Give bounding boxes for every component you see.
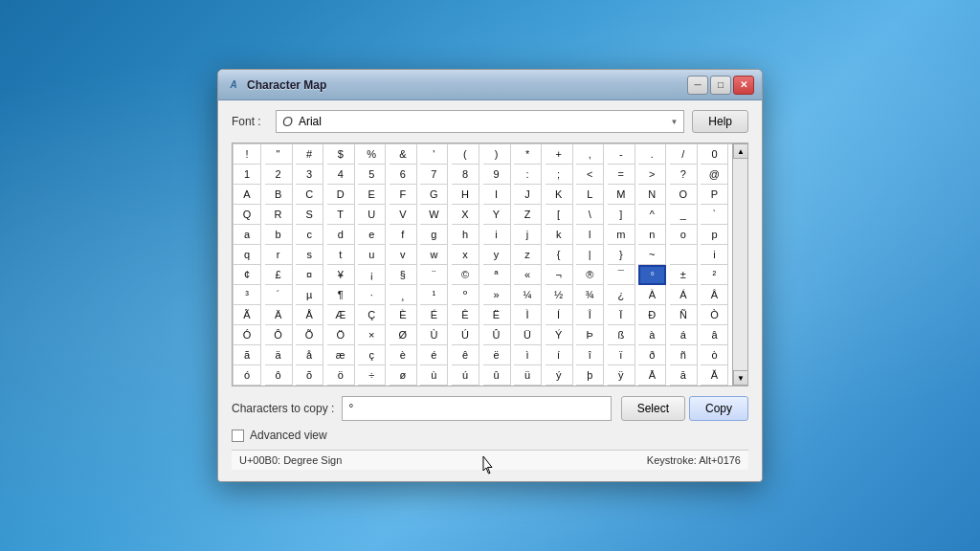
- char-cell[interactable]: t: [327, 245, 355, 265]
- char-cell[interactable]: e: [358, 225, 386, 245]
- char-cell[interactable]: d: [327, 225, 355, 245]
- char-cell[interactable]: ,: [576, 144, 604, 165]
- char-cell[interactable]: M: [608, 185, 635, 205]
- char-cell[interactable]: B: [265, 185, 293, 205]
- char-cell[interactable]: R: [265, 205, 293, 225]
- char-cell[interactable]: m: [608, 225, 635, 245]
- char-cell[interactable]: º: [452, 285, 479, 305]
- char-cell[interactable]: r: [265, 245, 293, 265]
- char-cell[interactable]: ª: [483, 265, 511, 285]
- char-cell[interactable]: 9: [483, 165, 511, 185]
- char-cell[interactable]: æ: [327, 345, 355, 365]
- char-cell[interactable]: 8: [452, 165, 479, 185]
- char-cell[interactable]: &: [390, 144, 417, 165]
- char-cell[interactable]: »: [483, 285, 511, 305]
- char-cell[interactable]: Ù: [420, 325, 448, 345]
- char-cell[interactable]: |: [576, 245, 604, 265]
- char-cell[interactable]: 2: [265, 165, 293, 185]
- advanced-view-checkbox[interactable]: [232, 430, 244, 442]
- char-cell[interactable]: [: [546, 205, 573, 225]
- char-cell[interactable]: ¨: [420, 265, 448, 285]
- char-cell[interactable]: Ā: [638, 365, 666, 386]
- char-cell[interactable]: ¸: [390, 285, 417, 305]
- char-cell[interactable]: ¢: [234, 265, 261, 285]
- scroll-down-button[interactable]: ▼: [733, 370, 748, 386]
- char-cell[interactable]: Ú: [452, 325, 479, 345]
- char-cell[interactable]: ñ: [670, 345, 698, 365]
- char-cell[interactable]: ~: [638, 245, 666, 265]
- char-cell[interactable]: þ: [576, 365, 604, 386]
- char-cell[interactable]: ¥: [327, 265, 355, 285]
- char-cell[interactable]: ¿: [608, 285, 635, 305]
- char-cell[interactable]: i: [483, 225, 511, 245]
- char-cell[interactable]: ā: [670, 365, 698, 386]
- char-cell[interactable]: ò: [701, 345, 728, 365]
- char-cell[interactable]: Y: [483, 205, 511, 225]
- close-button[interactable]: ✕: [733, 76, 754, 95]
- char-cell[interactable]: ·: [358, 285, 386, 305]
- char-cell[interactable]: £: [265, 265, 293, 285]
- char-cell[interactable]: ô: [265, 365, 293, 386]
- char-cell[interactable]: `: [701, 205, 728, 225]
- char-cell[interactable]: Ø: [390, 325, 417, 345]
- char-cell[interactable]: Ý: [546, 325, 573, 345]
- char-cell[interactable]: *: [514, 144, 542, 165]
- char-cell[interactable]: D: [327, 185, 355, 205]
- char-cell[interactable]: °: [638, 265, 666, 285]
- char-cell[interactable]: ú: [452, 365, 479, 386]
- char-cell[interactable]: <: [576, 165, 604, 185]
- char-cell[interactable]: j: [514, 225, 542, 245]
- char-cell[interactable]: 7: [420, 165, 448, 185]
- char-cell[interactable]: ¼: [514, 285, 542, 305]
- char-cell[interactable]: c: [296, 225, 323, 245]
- char-cell[interactable]: Ç: [358, 305, 386, 325]
- char-cell[interactable]: û: [483, 365, 511, 386]
- char-cell[interactable]: F: [390, 185, 417, 205]
- char-cell[interactable]: Å: [296, 305, 323, 325]
- char-cell[interactable]: ': [420, 144, 448, 165]
- char-cell[interactable]: U: [358, 205, 386, 225]
- minimize-button[interactable]: ─: [687, 76, 708, 95]
- char-cell[interactable]: X: [452, 205, 479, 225]
- char-cell[interactable]: ÷: [358, 365, 386, 386]
- char-cell[interactable]: Ð: [638, 305, 666, 325]
- char-cell[interactable]: Ô: [265, 325, 293, 345]
- char-cell[interactable]: ó: [234, 365, 261, 386]
- copy-button[interactable]: Copy: [689, 396, 748, 421]
- char-cell[interactable]: H: [452, 185, 479, 205]
- char-cell[interactable]: @: [701, 165, 728, 185]
- char-cell[interactable]: Ä: [265, 305, 293, 325]
- char-cell[interactable]: \: [576, 205, 604, 225]
- char-cell[interactable]: x: [452, 245, 479, 265]
- char-cell[interactable]: l: [576, 225, 604, 245]
- char-cell[interactable]: Ü: [514, 325, 542, 345]
- char-cell[interactable]: a: [234, 225, 261, 245]
- char-cell[interactable]: ë: [483, 345, 511, 365]
- char-cell[interactable]: Ì: [514, 305, 542, 325]
- char-cell[interactable]: À: [638, 285, 666, 305]
- char-cell[interactable]: 5: [358, 165, 386, 185]
- char-cell[interactable]: /: [670, 144, 698, 165]
- select-button[interactable]: Select: [621, 396, 685, 421]
- char-cell[interactable]: Q: [234, 205, 261, 225]
- char-cell[interactable]: Ö: [327, 325, 355, 345]
- char-cell[interactable]: ì: [514, 345, 542, 365]
- char-cell[interactable]: Ã: [234, 305, 261, 325]
- char-cell[interactable]: ê: [452, 345, 479, 365]
- scroll-up-button[interactable]: ▲: [733, 143, 748, 159]
- char-cell[interactable]: ¹: [420, 285, 448, 305]
- char-cell[interactable]: L: [576, 185, 604, 205]
- char-cell[interactable]: È: [390, 305, 417, 325]
- char-cell[interactable]: «: [514, 265, 542, 285]
- char-cell[interactable]: ]: [608, 205, 635, 225]
- char-cell[interactable]: w: [420, 245, 448, 265]
- char-cell[interactable]: Æ: [327, 305, 355, 325]
- char-cell[interactable]: ý: [546, 365, 573, 386]
- char-cell[interactable]: ï: [608, 345, 635, 365]
- char-cell[interactable]: Õ: [296, 325, 323, 345]
- char-cell[interactable]: u: [358, 245, 386, 265]
- char-cell[interactable]: à: [638, 325, 666, 345]
- char-cell[interactable]: =: [608, 165, 635, 185]
- char-cell[interactable]: Ò: [701, 305, 728, 325]
- char-cell[interactable]: K: [546, 185, 573, 205]
